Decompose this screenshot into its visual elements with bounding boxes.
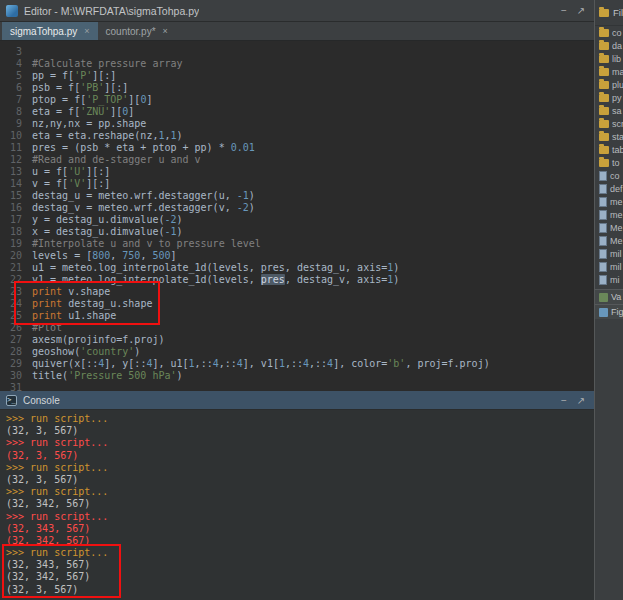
file-tree-item[interactable]: lib: [595, 52, 623, 65]
file-tree-item[interactable]: da: [595, 39, 623, 52]
code-line[interactable]: 13u = f['U'][:]: [0, 166, 594, 178]
side-section-fig[interactable]: Figu: [595, 304, 623, 319]
code-line[interactable]: 18x = destag_u.dimvalue(-1): [0, 226, 594, 238]
file-icon: [599, 223, 607, 233]
file-tree-label: def: [610, 184, 623, 194]
code-line[interactable]: 29quiver(x[::4], y[::4], u1[1,::4,::4], …: [0, 358, 594, 370]
code-line[interactable]: 27axesm(projinfo=f.proj): [0, 334, 594, 346]
line-number: 28: [0, 346, 32, 358]
code-line[interactable]: 11pres = (psb * eta + ptop + pp) * 0.01: [0, 142, 594, 154]
tab-close-icon[interactable]: ×: [163, 27, 168, 36]
file-tree-label: co: [610, 171, 620, 181]
code-line[interactable]: 19#Interpolate u and v to pressure level: [0, 238, 594, 250]
file-tree-item[interactable]: sta: [595, 130, 623, 143]
console-line: (32, 3, 567): [0, 474, 594, 486]
float-icon[interactable]: ↗: [574, 395, 588, 406]
code-line[interactable]: 4#Calculate pressure array: [0, 58, 594, 70]
file-tree-item[interactable]: to: [595, 156, 623, 169]
file-explorer-header[interactable]: File: [595, 0, 623, 26]
console-line: (32, 343, 567): [0, 523, 594, 535]
console-line: (32, 343, 567): [0, 559, 594, 571]
minimize-icon[interactable]: −: [557, 395, 571, 406]
code-line[interactable]: 30title('Pressure 500 hPa'): [0, 370, 594, 382]
editor-titlebar: Editor - M:\WRFDATA\sigmaTohpa.py − ↗: [0, 0, 594, 22]
minimize-icon[interactable]: −: [557, 5, 571, 16]
tab-sigmatohpa-py[interactable]: sigmaTohpa.py×: [2, 22, 98, 40]
code-text: #Calculate pressure array: [32, 58, 183, 70]
editor-code[interactable]: 34#Calculate pressure array5pp = f['P'][…: [0, 41, 594, 391]
code-line[interactable]: 20levels = [800, 750, 500]: [0, 250, 594, 262]
file-tree-item[interactable]: scr: [595, 117, 623, 130]
file-tree-item[interactable]: mil: [595, 260, 623, 273]
file-tree-item[interactable]: sa: [595, 104, 623, 117]
tab-close-icon[interactable]: ×: [84, 27, 89, 36]
code-line[interactable]: 6psb = f['PB'][:]: [0, 82, 594, 94]
code-line[interactable]: 25print u1.shape: [0, 310, 594, 322]
file-tree-label: Me: [610, 223, 623, 233]
file-explorer-panel: File codalibmaplupysascrstatabtocodefmem…: [594, 0, 623, 600]
code-line[interactable]: 16destag_v = meteo.wrf.destagger(v, -2): [0, 202, 594, 214]
file-tree-label: Me: [610, 236, 623, 246]
tab-countor-py[interactable]: countor.py*×: [98, 22, 176, 40]
line-number: 9: [0, 118, 32, 130]
code-line[interactable]: 31: [0, 382, 594, 391]
file-icon: [599, 171, 607, 181]
code-line[interactable]: 17y = destag_u.dimvalue(-2): [0, 214, 594, 226]
code-text: eta = eta.reshape(nz,1,1): [32, 130, 183, 142]
code-line[interactable]: 21u1 = meteo.log_interpolate_1d(levels, …: [0, 262, 594, 274]
code-line[interactable]: 22v1 = meteo.log_interpolate_1d(levels, …: [0, 274, 594, 286]
code-text: ptop = f['P_TOP'][0]: [32, 94, 152, 106]
line-number: 23: [0, 286, 32, 298]
file-tree-item[interactable]: me: [595, 195, 623, 208]
console-line: >>> run script...: [0, 413, 594, 425]
console-output[interactable]: >>> run script...(32, 3, 567)>>> run scr…: [0, 410, 594, 600]
code-text: y = destag_u.dimvalue(-2): [32, 214, 183, 226]
side-section-label: Figu: [611, 307, 623, 317]
code-line[interactable]: 3: [0, 46, 594, 58]
code-line[interactable]: 15destag_u = meteo.wrf.destagger(u, -1): [0, 190, 594, 202]
code-line[interactable]: 9nz,ny,nx = pp.shape: [0, 118, 594, 130]
file-tree-item[interactable]: me: [595, 208, 623, 221]
line-number: 27: [0, 334, 32, 346]
side-section-var[interactable]: Va: [595, 289, 623, 304]
folder-icon: [599, 107, 609, 115]
file-icon: [599, 197, 607, 207]
editor-panel: Editor - M:\WRFDATA\sigmaTohpa.py − ↗ si…: [0, 0, 594, 391]
file-explorer-title: File: [613, 7, 623, 18]
file-tree-item[interactable]: def: [595, 182, 623, 195]
console-line: >>> run script...: [0, 547, 594, 559]
code-line[interactable]: 23print v.shape: [0, 286, 594, 298]
code-line[interactable]: 10eta = eta.reshape(nz,1,1): [0, 130, 594, 142]
file-tree-item[interactable]: tab: [595, 143, 623, 156]
code-line[interactable]: 12#Read and de-stagger u and v: [0, 154, 594, 166]
file-tree-item[interactable]: Me: [595, 221, 623, 234]
line-number: 25: [0, 310, 32, 322]
code-line[interactable]: 26#Plot: [0, 322, 594, 334]
line-number: 4: [0, 58, 32, 70]
console-title: Console: [23, 395, 60, 406]
var-icon: [599, 293, 608, 302]
file-tree-item[interactable]: ma: [595, 65, 623, 78]
line-number: 6: [0, 82, 32, 94]
console-line: >>> run script...: [0, 437, 594, 449]
file-tree-item[interactable]: mi: [595, 273, 623, 286]
line-number: 24: [0, 298, 32, 310]
file-tree-item[interactable]: co: [595, 169, 623, 182]
code-line[interactable]: 8eta = f['ZNU'][0]: [0, 106, 594, 118]
code-line[interactable]: 5pp = f['P'][:]: [0, 70, 594, 82]
line-number: 26: [0, 322, 32, 334]
file-tree-item[interactable]: co: [595, 26, 623, 39]
code-line[interactable]: 7ptop = f['P_TOP'][0]: [0, 94, 594, 106]
code-text: #Interpolate u and v to pressure level: [32, 238, 261, 250]
file-tree: codalibmaplupysascrstatabtocodefmemeMeMe…: [595, 26, 623, 286]
file-tree-item[interactable]: plu: [595, 78, 623, 91]
code-text: v1 = meteo.log_interpolate_1d(levels, pr…: [32, 274, 399, 286]
code-line[interactable]: 24print destag_u.shape: [0, 298, 594, 310]
file-tree-item[interactable]: py: [595, 91, 623, 104]
file-tree-item[interactable]: Me: [595, 234, 623, 247]
file-icon: [599, 236, 607, 246]
code-line[interactable]: 28geoshow('country'): [0, 346, 594, 358]
file-tree-item[interactable]: mil: [595, 247, 623, 260]
code-line[interactable]: 14v = f['V'][:]: [0, 178, 594, 190]
float-icon[interactable]: ↗: [574, 5, 588, 16]
